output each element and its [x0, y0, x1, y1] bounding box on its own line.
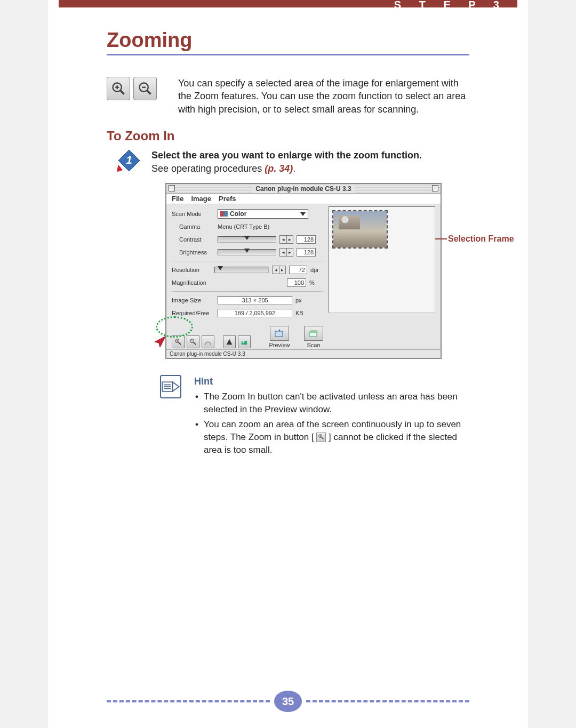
brightness-stepper[interactable]: ◂▸ — [279, 248, 293, 257]
preview-button[interactable] — [270, 326, 289, 341]
zoom-in-button[interactable] — [172, 335, 185, 348]
step-1-subtitle: See operating procedures — [151, 163, 265, 174]
svg-marker-17 — [227, 339, 233, 345]
hint-item-2: You can zoom an area of the screen conti… — [195, 418, 469, 456]
contrast-value[interactable]: 128 — [297, 235, 316, 244]
zoom-in-icon — [107, 77, 130, 100]
label-scan-mode: Scan Mode — [172, 211, 214, 217]
svg-line-5 — [147, 91, 151, 94]
preview-area[interactable] — [329, 206, 435, 313]
image-adjust-button[interactable] — [238, 335, 251, 348]
svg-text:1: 1 — [126, 154, 132, 166]
scan-label: Scan — [307, 342, 320, 348]
curves-button[interactable] — [202, 335, 214, 348]
menubar: File Image Prefs — [166, 194, 441, 204]
step-1-title: Select the area you want to enlarge with… — [151, 149, 422, 162]
selection-frame[interactable] — [332, 210, 388, 249]
window-title: Canon plug-in module CS-U 3.3 — [252, 185, 354, 193]
window-titlebar: Canon plug-in module CS-U 3.3 — [166, 184, 441, 194]
svg-marker-23 — [173, 382, 179, 392]
gamma-value: Menu (CRT Type B) — [218, 223, 269, 230]
page-footer: 35 — [107, 691, 469, 712]
label-image-size: Image Size — [172, 297, 214, 303]
plugin-window: Canon plug-in module CS-U 3.3 File Image… — [165, 183, 442, 359]
chevron-down-icon — [300, 211, 306, 217]
subheading-zoom-in: To Zoom In — [107, 129, 469, 143]
intro-paragraph: You can specify a selected area of the i… — [178, 77, 469, 116]
scan-mode-dropdown[interactable]: Color — [218, 209, 308, 219]
step-1-period: . — [293, 163, 295, 174]
page-number: 35 — [274, 691, 302, 712]
brightness-slider[interactable] — [218, 249, 276, 255]
window-collapse-icon[interactable] — [432, 185, 438, 191]
step-1-badge: 1 — [117, 149, 141, 172]
brightness-value[interactable]: 128 — [297, 248, 316, 257]
close-box-icon[interactable] — [169, 185, 175, 191]
svg-line-28 — [322, 437, 324, 439]
svg-line-1 — [121, 91, 124, 94]
resolution-unit: dpi — [310, 267, 323, 273]
svg-rect-20 — [275, 331, 283, 337]
scan-button[interactable] — [304, 326, 323, 341]
label-magnification: Magnification — [172, 279, 214, 286]
resolution-slider[interactable] — [214, 267, 269, 273]
page-title: Zooming — [107, 29, 469, 52]
zoom-icons — [107, 77, 157, 100]
svg-marker-9 — [300, 212, 306, 216]
hint-item-1: The Zoom In button can't be activated un… — [195, 390, 469, 416]
title-rule — [107, 54, 469, 55]
label-resolution: Resolution — [172, 267, 211, 273]
hint-icon — [160, 375, 181, 398]
contrast-slider[interactable] — [218, 236, 276, 243]
svg-point-19 — [243, 341, 245, 343]
selection-frame-label: Selection Frame — [448, 234, 514, 244]
magnification-value[interactable]: 100 — [287, 278, 306, 287]
hint-title: Hint — [194, 375, 469, 388]
statusbar: Canon plug-in module CS-U 3.3 — [166, 349, 441, 358]
image-size-value: 313 × 205 — [218, 296, 292, 305]
label-contrast: Contrast — [172, 236, 214, 243]
resolution-stepper[interactable]: ◂▸ — [272, 266, 286, 274]
step-label: S T E P 3 — [394, 0, 507, 11]
svg-line-11 — [179, 342, 181, 345]
zoom-out-icon — [133, 77, 157, 100]
required-free-unit: KB — [295, 310, 309, 316]
svg-line-15 — [194, 342, 196, 345]
svg-rect-21 — [309, 332, 317, 337]
preview-label: Preview — [269, 342, 290, 348]
contrast-stepper[interactable]: ◂▸ — [279, 235, 293, 244]
image-size-unit: px — [295, 297, 309, 303]
menu-image[interactable]: Image — [191, 195, 211, 203]
label-required-free: Required/Free — [172, 310, 214, 316]
step-1-ref: (p. 34) — [265, 163, 293, 174]
resolution-value[interactable]: 72 — [289, 266, 307, 274]
cursor-arrow-icon — [153, 334, 167, 351]
required-free-value: 189 / 2,095,992 — [218, 309, 292, 317]
label-gamma: Gamma — [172, 223, 214, 230]
svg-rect-18 — [242, 341, 247, 345]
label-brightness: Brightness — [172, 249, 214, 255]
histogram-button[interactable] — [223, 335, 236, 348]
magnification-unit: % — [309, 279, 323, 286]
zoom-in-icon-inline — [316, 433, 326, 442]
menu-file[interactable]: File — [172, 195, 183, 203]
zoom-out-button[interactable] — [187, 335, 199, 348]
menu-prefs[interactable]: Prefs — [219, 195, 236, 203]
